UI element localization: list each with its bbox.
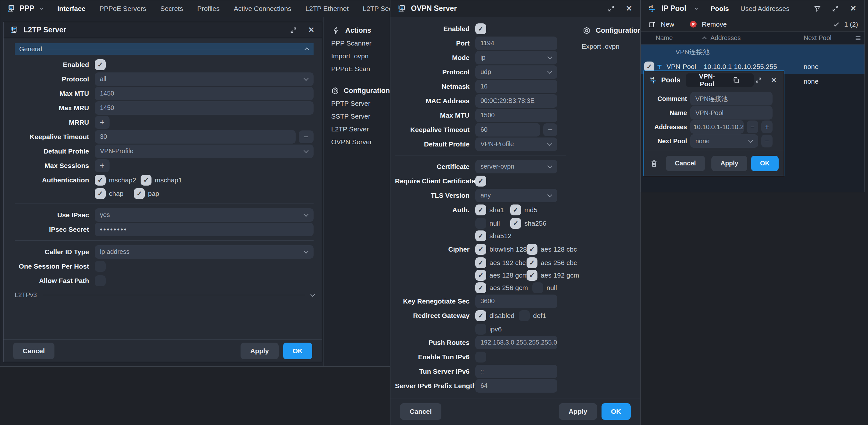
cipher-null-option[interactable]: null xyxy=(532,282,557,293)
sha1-checkbox[interactable] xyxy=(475,204,486,216)
comment-input[interactable]: VPN连接池 xyxy=(690,92,773,106)
md5-checkbox[interactable] xyxy=(510,204,521,216)
apply-button[interactable]: Apply xyxy=(711,156,747,171)
server-ipv6-prefix-input[interactable]: 64 xyxy=(475,379,557,393)
tab-used-addresses[interactable]: Used Addresses xyxy=(741,5,789,12)
auth-sha256-option[interactable]: sha256 xyxy=(510,218,547,229)
require-client-certificate-checkbox[interactable] xyxy=(475,176,486,187)
copy-icon[interactable] xyxy=(722,75,750,85)
default-profile-select[interactable]: VPN-Profile xyxy=(95,145,314,158)
use-ipsec-select[interactable]: yes xyxy=(95,208,314,222)
auth-md5-option[interactable]: md5 xyxy=(510,204,537,216)
redirect-ipv6-checkbox[interactable] xyxy=(475,324,486,335)
detach-window-icon[interactable] xyxy=(288,25,298,35)
max-mtu-input[interactable]: 1500 xyxy=(475,109,557,122)
tab-secrets[interactable]: Secrets xyxy=(160,5,183,12)
protocol-select[interactable]: all xyxy=(95,73,314,86)
cipher-aes128gcm-option[interactable]: aes 128 gcm xyxy=(475,270,522,281)
apply-button[interactable]: Apply xyxy=(559,403,597,420)
ok-button[interactable]: OK xyxy=(601,403,631,420)
cancel-button[interactable]: Cancel xyxy=(666,156,705,171)
cipher-aes128cbc-option[interactable]: aes 128 cbc xyxy=(527,244,577,255)
allow-fast-path-checkbox[interactable] xyxy=(95,275,106,286)
aes256cbc-checkbox[interactable] xyxy=(527,257,537,268)
close-window-icon[interactable]: ✕ xyxy=(848,4,858,13)
max-sessions-add-button[interactable]: + xyxy=(95,159,110,172)
auth-sha1-option[interactable]: sha1 xyxy=(475,204,506,216)
default-profile-select[interactable]: VPN-Profile xyxy=(475,138,557,151)
sha512-checkbox[interactable] xyxy=(475,230,486,242)
addresses-add-button[interactable]: + xyxy=(761,120,773,133)
mode-select[interactable]: ip xyxy=(475,51,557,64)
tab-pppoe-servers[interactable]: PPPoE Servers xyxy=(100,5,146,12)
tab-pools[interactable]: Pools xyxy=(711,5,729,12)
redirect-def1-checkbox[interactable] xyxy=(519,310,530,321)
redirect-disabled-option[interactable]: disabled xyxy=(475,310,515,321)
certificate-select[interactable]: server-ovpn xyxy=(475,160,557,173)
mrru-add-button[interactable]: + xyxy=(95,116,110,129)
auth-mschap1-option[interactable]: mschap1 xyxy=(141,175,182,186)
close-window-icon[interactable]: ✕ xyxy=(624,4,634,13)
pap-checkbox[interactable] xyxy=(134,188,145,199)
name-input[interactable]: VPN-Pool xyxy=(690,106,773,119)
ok-button[interactable]: OK xyxy=(283,343,313,359)
cipher-blowfish128-option[interactable]: blowfish 128 xyxy=(475,244,522,255)
blowfish128-checkbox[interactable] xyxy=(475,244,486,255)
tab-l2tp-ethernet[interactable]: L2TP Ethernet xyxy=(305,5,348,12)
enabled-checkbox[interactable] xyxy=(475,23,486,34)
push-routes-input[interactable]: 192.168.3.0 255.255.255.0,19 xyxy=(475,336,557,349)
auth-null-checkbox[interactable] xyxy=(475,218,486,229)
port-input[interactable]: 1194 xyxy=(475,36,557,50)
ip-pool-menu-chevron-icon[interactable] xyxy=(691,4,701,13)
detach-window-icon[interactable] xyxy=(831,4,840,13)
ppp-menu-chevron-icon[interactable] xyxy=(39,4,44,13)
keepalive-input[interactable]: 60 xyxy=(475,123,540,137)
ok-button[interactable]: OK xyxy=(751,156,779,171)
tun-server-ipv6-input[interactable]: :: xyxy=(475,365,557,378)
aes192gcm-checkbox[interactable] xyxy=(527,270,537,281)
export-ovpn-item[interactable]: Export .ovpn xyxy=(582,40,640,53)
tab-interface[interactable]: Interface xyxy=(57,5,86,12)
column-next-pool[interactable]: Next Pool xyxy=(804,34,852,42)
aes128cbc-checkbox[interactable] xyxy=(527,244,537,255)
redirect-disabled-checkbox[interactable] xyxy=(475,310,486,321)
aes192cbc-checkbox[interactable] xyxy=(475,257,486,268)
config-l2tp-server[interactable]: L2TP Server xyxy=(331,123,390,136)
auth-chap-option[interactable]: chap xyxy=(95,188,129,199)
cipher-aes256gcm-option[interactable]: aes 256 gcm xyxy=(475,282,528,293)
keepalive-remove-button[interactable]: − xyxy=(543,123,557,136)
cipher-aes256cbc-option[interactable]: aes 256 cbc xyxy=(527,257,577,268)
aes256gcm-checkbox[interactable] xyxy=(475,282,486,293)
key-renegotiate-input[interactable]: 3600 xyxy=(475,294,557,308)
sha256-checkbox[interactable] xyxy=(510,218,521,229)
auth-null-option[interactable]: null xyxy=(475,218,506,229)
close-dialog-icon[interactable]: ✕ xyxy=(769,75,779,85)
config-pptp-server[interactable]: PPTP Server xyxy=(331,97,390,110)
ipsec-secret-input[interactable]: •••••••• xyxy=(95,223,314,236)
max-mtu-input[interactable]: 1450 xyxy=(95,87,314,100)
filter-icon[interactable] xyxy=(813,4,822,13)
new-button[interactable]: New xyxy=(647,20,674,29)
close-dialog-icon[interactable]: ✕ xyxy=(307,25,316,35)
cipher-aes192gcm-option[interactable]: aes 192 gcm xyxy=(527,270,579,281)
auth-mschap2-option[interactable]: mschap2 xyxy=(95,175,136,186)
aes128gcm-checkbox[interactable] xyxy=(475,270,486,281)
addresses-remove-button[interactable]: − xyxy=(747,120,758,133)
addresses-input[interactable]: 10.10.0.1-10.10.255.255 xyxy=(690,120,744,134)
config-sstp-server[interactable]: SSTP Server xyxy=(331,110,390,123)
cipher-aes192cbc-option[interactable]: aes 192 cbc xyxy=(475,257,522,268)
next-pool-remove-button[interactable]: − xyxy=(761,135,773,147)
column-name[interactable]: Name xyxy=(656,34,704,42)
mac-address-input[interactable]: 00:0C:29:B3:78:3E xyxy=(475,94,557,108)
action-pppoe-scan[interactable]: PPPoE Scan xyxy=(331,62,390,75)
general-section-header[interactable]: General xyxy=(15,43,314,55)
caller-id-type-select[interactable]: ip address xyxy=(95,245,314,259)
cipher-null-checkbox[interactable] xyxy=(532,282,543,293)
table-menu-icon[interactable] xyxy=(852,35,865,42)
apply-button[interactable]: Apply xyxy=(241,343,278,359)
redirect-def1-option[interactable]: def1 xyxy=(519,310,546,321)
tab-active-connections[interactable]: Active Connections xyxy=(234,5,291,12)
cancel-button[interactable]: Cancel xyxy=(400,403,441,420)
auth-pap-option[interactable]: pap xyxy=(134,188,159,199)
cancel-button[interactable]: Cancel xyxy=(13,343,55,359)
